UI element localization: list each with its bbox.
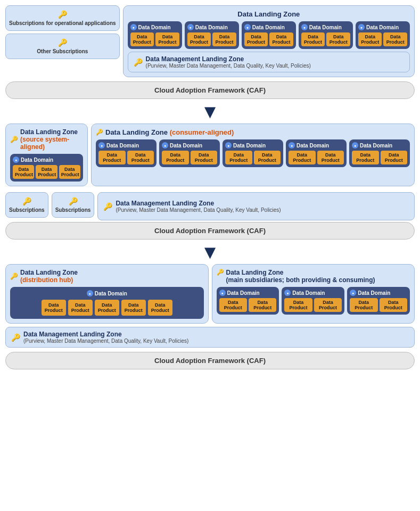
mgmt-text-1: Data Management Landing Zone (Purview, M… (146, 55, 311, 69)
product: Data Product (212, 32, 236, 46)
section2: 🔑 Data Landing Zone (source system-align… (5, 123, 415, 218)
domain-s2r-3: ● Data Domain Data Product Data Product (223, 139, 283, 167)
dl-s2r-5: ● Data Domain (352, 142, 407, 149)
product: Data Product (317, 151, 344, 164)
section2-bottom: 🔑 Subscriptions 🔑 Subscriptions 🔑 Data M… (5, 189, 415, 218)
mgmt-title-3: Data Management Landing Zone (23, 331, 188, 338)
domain-s2r-2: ● Data Domain Data Product Data Product (159, 139, 220, 167)
product: Data Product (155, 32, 179, 46)
section3-row: 🔑 Data Landing Zone (distribution hub) ●… (5, 264, 415, 324)
dl-s2r-2: ● Data Domain (162, 142, 217, 149)
section2-main: 🔑 Data Landing Zone (source system-align… (5, 123, 415, 186)
product: Data Product (254, 151, 281, 164)
product: Data Product (284, 298, 312, 312)
mgmt-sub-1: (Purview, Master Data Management, Data Q… (146, 63, 311, 69)
domain-label-1-3: ● Data Domain (244, 24, 293, 30)
product: Data Product (358, 32, 382, 46)
dl-s3-left: ● Data Domain (13, 290, 201, 296)
s2-sub1-label: Subscriptions (9, 207, 45, 213)
key-icon-s2-sub1: 🔑 (9, 197, 45, 205)
product: Data Product (314, 298, 342, 312)
domains-row-1: ● Data Domain Data Product Data Product … (128, 21, 410, 49)
domain-1-4: ● Data Domain Data Product Data Product (299, 21, 353, 49)
mgmt-zone-2: 🔑 Data Management Landing Zone (Purview,… (97, 192, 415, 220)
product: Data Product (352, 151, 379, 164)
mgmt-title-2: Data Management Landing Zone (116, 200, 281, 207)
products-1-1: Data Product Data Product (130, 32, 179, 46)
domain-s2-left: ● Data Domain Data Product Data Product … (10, 154, 83, 182)
s2-right-header: 🔑 Data Landing Zone (consumer-aligned) (96, 128, 410, 136)
key-icon-mgmt-3: 🔑 (11, 333, 20, 342)
domain-label-1-1: ● Data Domain (130, 24, 179, 30)
product: Data Product (187, 32, 211, 46)
s3-right-header: 🔑 Data Landing Zone (main subsidiaries; … (217, 269, 410, 284)
section2-left-zone: 🔑 Data Landing Zone (source system-align… (5, 123, 88, 186)
domain-s2r-1: ● Data Domain Data Product Data Product (96, 139, 157, 167)
s3-left-title: Data Landing Zone (20, 269, 78, 276)
s3-left-domain-label: Data Domain (95, 291, 127, 296)
key-icon-s2-left: 🔑 (10, 136, 18, 143)
mgmt-title-1: Data Management Landing Zone (146, 55, 311, 63)
product: Data Product (380, 298, 407, 312)
key-icon-s3-left: 🔑 (10, 273, 18, 280)
product: Data Product (162, 151, 189, 164)
domain-s3-left: ● Data Domain DataProduct DataProduct Da… (10, 287, 204, 319)
dl-s2r-3: ● Data Domain (225, 142, 281, 149)
arrow-down-2: ▼ (5, 243, 415, 262)
section1-top: 🔑 Subscriptions for operational applicat… (5, 5, 415, 77)
domain-label-1-4: ● Data Domain (301, 24, 350, 30)
zone-title-source: 🔑 Data Landing Zone (source system-align… (10, 128, 83, 151)
s2-mgmt-wrapper: 🔑 Data Management Landing Zone (Purview,… (97, 189, 415, 218)
product: DataProduct (148, 300, 172, 316)
domain-s2r-5: ● Data Domain Data Product Data Product (349, 139, 410, 167)
product: Data Product (383, 32, 407, 46)
product: Data Product (98, 151, 126, 164)
section3: 🔑 Data Landing Zone (distribution hub) ●… (5, 264, 415, 348)
product: DataProduct (121, 300, 146, 316)
caf-bar-1: Cloud Adoption Framework (CAF) (5, 81, 415, 99)
section2-right-zone: 🔑 Data Landing Zone (consumer-aligned) ●… (91, 123, 415, 186)
s3-right-title: Data Landing Zone (main subsidiaries; bo… (226, 269, 375, 284)
caf-bar-2: Cloud Adoption Framework (CAF) (5, 222, 415, 240)
key-icon-s2-sub2: 🔑 (55, 197, 91, 205)
key-icon-mgmt-1: 🔑 (134, 58, 143, 67)
domain-s3r-3: ● Data Domain Data Product Data Product (347, 287, 410, 315)
key-icon-2: 🔑 (9, 38, 116, 47)
products-1-2: Data Product Data Product (187, 32, 236, 46)
sub-box-s2-1: 🔑 Subscriptions (5, 192, 48, 218)
mgmt-zone-1: 🔑 Data Management Landing Zone (Purview,… (128, 52, 410, 72)
sub-box-s2-2: 🔑 Subscriptions (52, 192, 95, 218)
s2-left-title: Data Landing Zone (20, 128, 78, 136)
product: Data Product (244, 32, 268, 46)
left-subscriptions: 🔑 Subscriptions for operational applicat… (5, 5, 120, 77)
sub2-label: Other Subscriptions (37, 48, 88, 54)
section3-right-zone: 🔑 Data Landing Zone (main subsidiaries; … (212, 264, 415, 324)
domain-s3r-2: ● Data Domain Data Product Data Product (282, 287, 344, 315)
section1: 🔑 Subscriptions for operational applicat… (5, 5, 415, 77)
product: Data Product (225, 151, 252, 164)
dl-s3r-3: ● Data Domain (350, 290, 407, 296)
dl-s2r-1: ● Data Domain (98, 142, 154, 149)
products-1-3: Data Product Data Product (244, 32, 293, 46)
domains-row-s3-right: ● Data Domain Data Product Data Product … (217, 287, 410, 315)
product: Data Product (249, 298, 276, 312)
domain-1-1: ● Data Domain Data Product Data Product (128, 21, 182, 49)
product: Data Product (269, 32, 293, 46)
mgmt-text-2: Data Management Landing Zone (Purview, M… (116, 200, 281, 213)
product: DataProduct (42, 300, 66, 316)
mgmt-zone-3: 🔑 Data Management Landing Zone (Purview,… (5, 327, 415, 348)
domain-label-1-5: ● Data Domain (358, 24, 407, 30)
caf-bar-3: Cloud Adoption Framework (CAF) (5, 352, 415, 369)
domain-icon-1-4: ● (301, 24, 308, 30)
mgmt-sub-2: (Purview, Master Data Management, Data Q… (116, 207, 281, 213)
product: Data Product (127, 151, 154, 164)
domain-icon-1-1: ● (130, 24, 137, 30)
product: DataProduct (95, 300, 119, 316)
product: Data Product (36, 165, 57, 179)
sub1-label: Subscriptions for operational applicatio… (9, 20, 116, 26)
mgmt-text-3: Data Management Landing Zone (Purview, M… (23, 331, 188, 344)
products-1-5: Data Product Data Product (358, 32, 407, 46)
subs-bottom-s2: 🔑 Subscriptions 🔑 Subscriptions (5, 192, 94, 218)
domain-1-3: ● Data Domain Data Product Data Product (242, 21, 296, 49)
section3-left-zone: 🔑 Data Landing Zone (distribution hub) ●… (5, 264, 209, 324)
